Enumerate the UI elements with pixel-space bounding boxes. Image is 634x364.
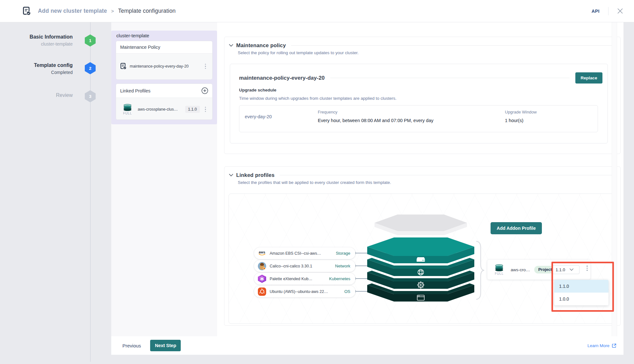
next-step-button[interactable]: Next Step (150, 340, 181, 351)
maintenance-policy-section: Maintenance policy Select the policy for… (224, 37, 621, 154)
step-subtitle: cluster-template (0, 41, 73, 47)
replace-button[interactable]: Replace (575, 72, 602, 84)
plus-circle-icon[interactable] (201, 87, 208, 94)
profiles-diagram-card: aws Amazon EBS CSI--csi-aws… Storage Cal… (229, 193, 616, 324)
layer-category: Network (335, 264, 350, 268)
brace-graphic (477, 241, 484, 299)
maintenance-policy-card: maintenance-policy-every-day-20 Replace … (230, 64, 608, 143)
tree-root-label: cluster-template (116, 33, 149, 38)
section-subtitle: Select the policy for rolling out templa… (238, 50, 620, 55)
tree-maintenance-header: Maintenance Policy (116, 41, 212, 54)
step-title: Review (0, 92, 73, 98)
close-icon[interactable] (617, 8, 623, 14)
app-window: Add new cluster template > Template conf… (0, 0, 634, 364)
document-check-icon (120, 63, 127, 70)
chevron-down-icon (570, 268, 573, 271)
add-addon-profile-button[interactable]: Add Addon Profile (491, 222, 542, 234)
layer-category: Kubernetes (329, 276, 351, 281)
breadcrumb-parent-link[interactable]: Add new cluster template (38, 8, 107, 14)
upgrade-window-label: Upgrade Window (505, 110, 537, 114)
kebab-menu-icon[interactable] (203, 62, 208, 70)
layer-name: Calico--cni-calico 3.30.1 (270, 264, 312, 268)
tree-maintenance-item-name: maintenance-policy-every-day-20 (130, 64, 200, 69)
section-title: Maintenance policy (236, 42, 286, 48)
step-title: Template config (0, 62, 73, 68)
policy-name-rule (330, 78, 570, 78)
chevron-down-icon[interactable] (229, 44, 233, 47)
addon-profile-card: FULL aws-cro… Project 1.1.0 (487, 260, 590, 280)
version-dropdown-menu: 1.1.0 1.0.0 (554, 280, 608, 305)
version-select-value: 1.1.0 (556, 267, 565, 272)
step-subtitle: Completed (0, 70, 73, 75)
tree-maintenance-item[interactable]: maintenance-policy-every-day-20 (119, 60, 209, 73)
section-title-rule (291, 45, 615, 46)
section-title-rule (280, 175, 615, 175)
section-title: Linked profiles (236, 172, 274, 178)
calico-icon (258, 262, 266, 270)
linked-profiles-section: Linked profiles Select the profiles that… (224, 166, 621, 326)
tree-profile-item-name: aws-crossplane-clus… (138, 107, 182, 112)
page-header: Add new cluster template > Template conf… (0, 0, 634, 22)
step-template-config[interactable]: Template config Completed (0, 62, 73, 75)
layers-icon (123, 104, 132, 111)
layer-pill-kubernetes[interactable]: Palette eXtended Kub… Kubernetes (254, 273, 355, 285)
learn-more-link[interactable]: Learn More (587, 343, 616, 348)
page-title: Template configuration (118, 8, 176, 14)
version-option-1-0-0[interactable]: 1.0.0 (554, 293, 608, 305)
step-1-hexagon[interactable]: 1 (85, 34, 96, 47)
storage-layer-icon (417, 257, 425, 262)
section-subtitle: Select the profiles that will be applied… (238, 180, 620, 185)
header-divider (608, 7, 608, 15)
profile-type-badge: FULL (492, 264, 506, 275)
schedule-name: every-day-20 (239, 106, 318, 132)
frequency-value: Every hour, between 08:00 AM and 07:00 P… (318, 118, 505, 123)
document-check-icon (23, 7, 31, 16)
profile-type-badge: FULL (120, 104, 135, 115)
template-tree-panel: cluster-template Maintenance Policy (111, 22, 217, 336)
layer-name: Ubuntu (AWS)--ubuntu-aws 22… (270, 289, 328, 294)
policy-name: maintenance-policy-every-day-20 (239, 75, 324, 81)
layer-category: Storage (336, 251, 350, 256)
layer-pill-os[interactable]: Ubuntu (AWS)--ubuntu-aws 22… OS (254, 286, 355, 297)
step-basic-information[interactable]: Basic Information cluster-template (0, 34, 73, 47)
step-3-hexagon[interactable]: 3 (85, 90, 96, 102)
step-title: Basic Information (0, 34, 73, 40)
schedule-row: every-day-20 Frequency Every hour, betwe… (239, 105, 598, 132)
tree-lavender-section: cluster-template Maintenance Policy (111, 31, 217, 124)
step-1-number: 1 (89, 38, 91, 43)
layer-name: Amazon EBS CSI--csi-aws… (270, 251, 321, 256)
learn-more-label: Learn More (587, 343, 609, 348)
layer-name: Palette eXtended Kub… (270, 277, 312, 281)
step-2-hexagon[interactable]: 2 (85, 62, 96, 74)
layer-category: OS (344, 289, 350, 294)
full-badge-label: FULL (495, 272, 504, 275)
layers-icon (494, 264, 504, 271)
step-2-number: 2 (89, 66, 91, 71)
kebab-menu-icon[interactable] (203, 106, 208, 113)
ubuntu-icon (258, 288, 266, 296)
upgrade-schedule-heading: Upgrade schedule (239, 88, 602, 92)
api-link[interactable]: API (592, 9, 600, 14)
layer-pill-storage[interactable]: aws Amazon EBS CSI--csi-aws… Storage (254, 247, 355, 259)
kebab-menu-icon[interactable] (585, 264, 590, 272)
aws-icon: aws (258, 251, 266, 256)
chevron-down-icon[interactable] (229, 174, 233, 177)
tree-maintenance-card: Maintenance Policy maintena (116, 41, 213, 80)
step-3-number: 3 (89, 94, 91, 99)
upgrade-window-value: 1 hour(s) (505, 118, 537, 123)
external-link-icon (612, 343, 616, 348)
addon-profile-name: aws-cro… (511, 267, 530, 272)
version-option-1-1-0[interactable]: 1.1.0 (554, 280, 608, 293)
version-select[interactable]: 1.1.0 (552, 265, 579, 274)
vertical-scrollbar[interactable] (612, 22, 617, 336)
full-badge-label: FULL (123, 112, 132, 115)
tree-profile-item[interactable]: FULL aws-crossplane-clus… 1.1.0 (119, 101, 209, 118)
pxk-icon (258, 275, 266, 283)
layer-pill-network[interactable]: Calico--cni-calico 3.30.1 Network (254, 260, 355, 272)
upgrade-schedule-description: Time window during which upgrades from c… (239, 96, 602, 101)
previous-button[interactable]: Previous (122, 343, 141, 348)
wizard-footer: Previous Next Step Learn More (111, 336, 623, 355)
step-review[interactable]: Review (0, 92, 73, 98)
tree-linked-profiles-card: Linked Profiles (116, 84, 213, 120)
frequency-label: Frequency (318, 110, 505, 114)
